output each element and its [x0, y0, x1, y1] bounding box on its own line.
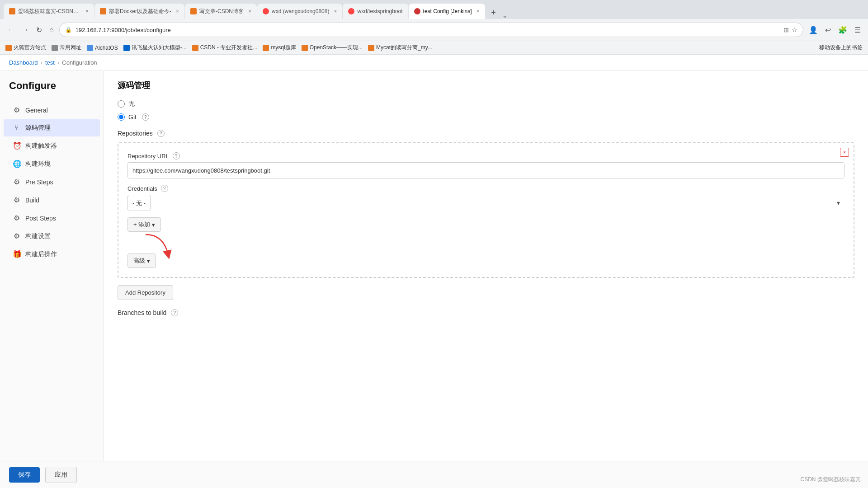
- grid-icon[interactable]: ⊞: [783, 26, 789, 33]
- tab-5[interactable]: wxd/testspringboot: [343, 4, 408, 19]
- build-icon: ⚙: [13, 196, 21, 204]
- git-section: Repositories ? × Repository URL ?: [118, 130, 854, 316]
- repo-url-input[interactable]: [127, 162, 844, 178]
- bookmark-1[interactable]: 火狐官方站点: [5, 44, 46, 52]
- tab-1-icon: [9, 8, 15, 14]
- tab-2[interactable]: 部署Docker以及基础命令- ×: [94, 4, 184, 19]
- radio-none-input[interactable]: [118, 100, 125, 108]
- address-bar[interactable]: 🔒 192.168.7.17:9000/job/test/configure ⊞…: [59, 23, 803, 37]
- sidebar-item-source-code[interactable]: ⑂ 源码管理: [4, 119, 100, 136]
- bookmark-2-label: 常用网址: [60, 44, 81, 52]
- add-repository-button[interactable]: Add Repository: [118, 285, 173, 300]
- forward-button[interactable]: →: [20, 24, 31, 36]
- tab-3[interactable]: 写文章-CSDN博客 ×: [185, 4, 257, 19]
- tab-4[interactable]: wxd (wangxudong0808) ×: [257, 4, 342, 19]
- tab-5-label: wxd/testspringboot: [357, 8, 402, 14]
- add-button-container: + 添加 ▾: [127, 217, 161, 232]
- repo-url-help-icon[interactable]: ?: [173, 152, 180, 160]
- bookmark-2[interactable]: 常用网址: [52, 44, 81, 52]
- git-help-icon[interactable]: ?: [142, 113, 149, 121]
- build-triggers-icon: ⏰: [13, 141, 21, 150]
- sidebar-item-post-build[interactable]: 🎁 构建后操作: [4, 245, 100, 263]
- repositories-help-icon[interactable]: ?: [157, 130, 165, 137]
- tab-6-close[interactable]: ×: [476, 8, 480, 14]
- advanced-button[interactable]: 高级 ▾: [127, 253, 156, 268]
- home-button[interactable]: ⌂: [47, 24, 56, 36]
- tab-2-close[interactable]: ×: [176, 8, 179, 14]
- address-bar-row: ← → ↻ ⌂ 🔒 192.168.7.17:9000/job/test/con…: [0, 19, 868, 41]
- bookmark-5-label: CSDN - 专业开发者社...: [200, 44, 258, 52]
- bookmark-6[interactable]: mysql题库: [263, 44, 296, 52]
- back-button[interactable]: ←: [5, 24, 16, 36]
- select-chevron-icon: ▾: [837, 199, 840, 206]
- new-tab-button[interactable]: +: [487, 6, 500, 19]
- sidebar-item-general-label: General: [25, 107, 48, 114]
- radio-none[interactable]: 无: [118, 100, 854, 108]
- save-button[interactable]: 保存: [9, 467, 40, 483]
- credentials-select[interactable]: - 无 -: [127, 195, 151, 211]
- radio-git-input[interactable]: [118, 113, 125, 121]
- bookmark-3-label: AlchatOS: [95, 45, 118, 51]
- credentials-help-icon[interactable]: ?: [161, 185, 168, 192]
- sidebar-title: Configure: [0, 80, 104, 101]
- star-icon[interactable]: ☆: [792, 26, 797, 33]
- sidebar-item-build-env[interactable]: 🌐 构建环境: [4, 155, 100, 173]
- sidebar-item-build-env-label: 构建环境: [25, 160, 51, 168]
- tab-1-close[interactable]: ×: [85, 8, 89, 14]
- sidebar-item-pre-steps-label: Pre Steps: [25, 178, 53, 186]
- add-dropdown-icon: ▾: [152, 221, 155, 228]
- apply-button[interactable]: 应用: [45, 467, 77, 483]
- repo-box: × Repository URL ? Credentials ?: [118, 142, 854, 278]
- sidebar-item-build-triggers-label: 构建触发器: [25, 142, 57, 150]
- repo-url-label: Repository URL ?: [127, 152, 844, 160]
- radio-git-label: Git: [128, 113, 137, 121]
- extensions-button[interactable]: 🧩: [836, 24, 849, 36]
- bookmark-5[interactable]: CSDN - 专业开发者社...: [192, 44, 258, 52]
- breadcrumb: Dashboard › test › Configuration: [0, 55, 868, 71]
- advanced-chevron-icon: ▾: [147, 258, 150, 264]
- bookmark-1-label: 火狐官方站点: [14, 44, 46, 52]
- general-icon: ⚙: [13, 106, 21, 114]
- history-button[interactable]: ↩: [823, 24, 833, 36]
- address-text: 192.168.7.17:9000/job/test/configure: [75, 27, 780, 33]
- tab-overflow-button[interactable]: ⌄: [500, 12, 509, 19]
- breadcrumb-dashboard[interactable]: Dashboard: [9, 59, 38, 66]
- menu-button[interactable]: ☰: [853, 24, 863, 36]
- tab-6[interactable]: test Config [Jenkins] ×: [409, 4, 485, 19]
- tab-4-icon: [263, 8, 269, 14]
- repositories-label-text: Repositories: [118, 130, 153, 137]
- sidebar-item-build-settings[interactable]: ⚙ 构建设置: [4, 227, 100, 245]
- tab-3-close[interactable]: ×: [248, 8, 251, 14]
- bookmark-6-icon: [263, 45, 269, 51]
- close-repo-button[interactable]: ×: [840, 148, 849, 157]
- tab-6-label: test Config [Jenkins]: [423, 8, 472, 14]
- tab-4-close[interactable]: ×: [334, 8, 337, 14]
- bookmark-8[interactable]: Mycat的读写分离_my...: [368, 44, 432, 52]
- sidebar-item-source-label: 源码管理: [25, 124, 51, 132]
- repo-url-label-text: Repository URL: [127, 153, 169, 160]
- mobile-bookmarks[interactable]: 移动设备上的书签: [819, 44, 863, 52]
- tab-1[interactable]: 爱喝荔枝味嘉宾-CSDN博客 ×: [4, 4, 94, 19]
- breadcrumb-test[interactable]: test: [45, 59, 55, 66]
- bookmark-4[interactable]: 讯飞星火认知大模型-...: [123, 44, 187, 52]
- sidebar-item-general[interactable]: ⚙ General: [4, 101, 100, 119]
- profile-button[interactable]: 👤: [807, 24, 820, 36]
- build-env-icon: 🌐: [13, 160, 21, 168]
- tab-bar: 爱喝荔枝味嘉宾-CSDN博客 × 部署Docker以及基础命令- × 写文章-C…: [0, 0, 868, 19]
- build-settings-icon: ⚙: [13, 232, 21, 240]
- sidebar-item-post-steps[interactable]: ⚙ Post Steps: [4, 209, 100, 227]
- branches-label-text: Branches to build: [118, 309, 166, 316]
- radio-git[interactable]: Git ?: [118, 113, 854, 121]
- breadcrumb-sep-2: ›: [57, 59, 59, 66]
- add-credentials-button[interactable]: + 添加 ▾: [127, 217, 161, 232]
- sidebar-item-build-triggers[interactable]: ⏰ 构建触发器: [4, 137, 100, 155]
- sidebar-item-pre-steps[interactable]: ⚙ Pre Steps: [4, 173, 100, 191]
- bookmark-7[interactable]: OpenStack——实现...: [302, 44, 363, 52]
- bookmark-3[interactable]: AlchatOS: [87, 45, 118, 51]
- main-content: 源码管理 无 Git ? Repositories ?: [104, 71, 868, 461]
- sidebar-item-build[interactable]: ⚙ Build: [4, 191, 100, 209]
- source-code-icon: ⑂: [13, 124, 21, 132]
- reload-button[interactable]: ↻: [34, 24, 44, 36]
- branches-help-icon[interactable]: ?: [171, 309, 178, 316]
- bookmark-6-label: mysql题库: [271, 44, 296, 52]
